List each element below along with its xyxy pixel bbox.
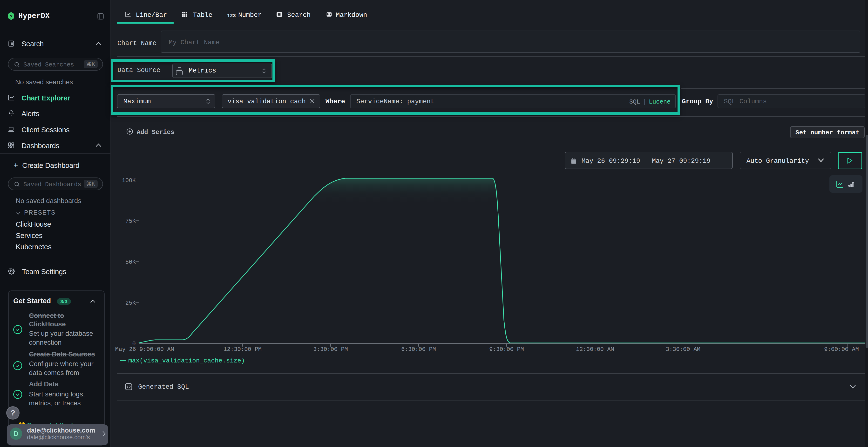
svg-text:9:00:00 AM: 9:00:00 AM <box>824 346 859 353</box>
svg-text:6:30:00 PM: 6:30:00 PM <box>401 346 436 353</box>
svg-text:12:30:00 AM: 12:30:00 AM <box>576 346 614 353</box>
svg-text:3:30:00 PM: 3:30:00 PM <box>313 346 348 353</box>
svg-text:50K: 50K <box>125 259 136 265</box>
svg-text:May 26 9:00:00 AM: May 26 9:00:00 AM <box>115 346 174 353</box>
svg-text:25K: 25K <box>125 300 136 306</box>
svg-text:3:30:00 AM: 3:30:00 AM <box>666 346 701 353</box>
svg-text:100K: 100K <box>122 177 136 184</box>
svg-text:12:30:00 PM: 12:30:00 PM <box>223 346 261 353</box>
svg-text:9:30:00 PM: 9:30:00 PM <box>489 346 524 353</box>
svg-text:75K: 75K <box>125 218 136 225</box>
